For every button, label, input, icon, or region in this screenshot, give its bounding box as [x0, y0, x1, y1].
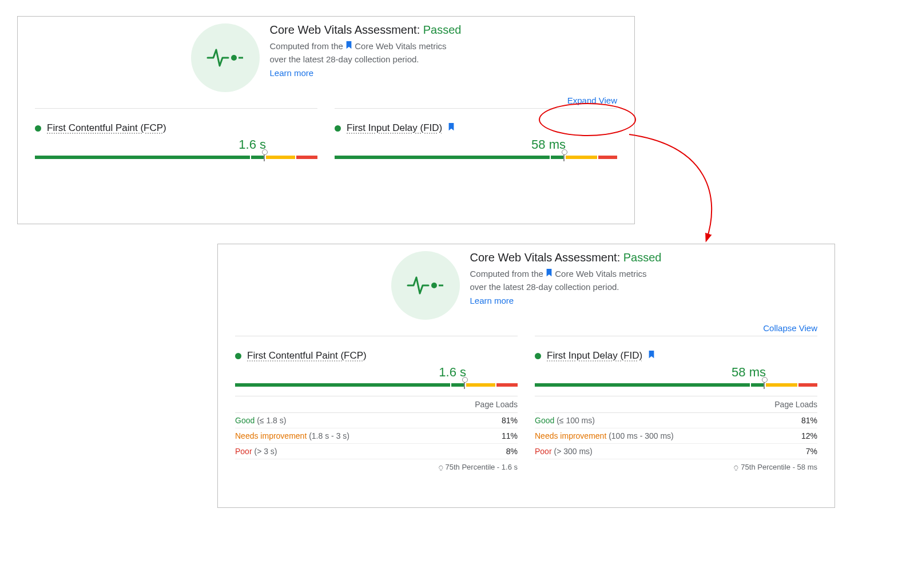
seg-poor	[296, 156, 317, 159]
pct-value: 1.6 s	[502, 463, 518, 471]
metric-value-fid: 58 ms	[335, 137, 617, 152]
seg-ni	[566, 156, 598, 159]
status-dot-icon	[335, 125, 341, 132]
seg-good-tail	[251, 156, 264, 159]
pct-prefix: 75th Percentile -	[446, 463, 502, 471]
cwv-panel-expanded: Core Web Vitals Assessment: Passed Compu…	[217, 244, 835, 508]
seg-good-tail	[451, 383, 464, 387]
pct-poor: 7%	[806, 447, 817, 456]
assessment-text: Core Web Vitals Assessment: Passed Compu…	[270, 23, 462, 92]
range-good: (≤ 1.8 s)	[257, 416, 286, 425]
cwv-panel-collapsed: Core Web Vitals Assessment: Passed Compu…	[17, 16, 635, 224]
metric-fid: First Input Delay (FID) 58 ms Page Loads…	[535, 336, 817, 471]
row-good: Good (≤ 1.8 s) 81%	[235, 413, 518, 428]
assessment-status: Passed	[623, 251, 662, 264]
metrics-row: First Contentful Paint (FCP) 1.6 s Page …	[218, 336, 834, 471]
assessment-description: Computed from the Core Web Vitals metric…	[470, 268, 653, 293]
seg-ni	[466, 383, 495, 387]
bookmark-icon	[648, 351, 655, 361]
cat-good: Good	[535, 416, 554, 425]
metric-name-fid[interactable]: First Input Delay (FID)	[547, 350, 642, 361]
range-ni: (1.8 s - 3 s)	[309, 431, 349, 440]
metric-name-fid[interactable]: First Input Delay (FID)	[347, 122, 442, 134]
range-good: (≤ 100 ms)	[557, 416, 595, 425]
expand-row: Expand View	[18, 92, 634, 108]
distribution-bar-fid	[335, 156, 617, 159]
status-dot-icon	[235, 353, 241, 359]
seg-poor	[496, 383, 518, 387]
learn-more-link[interactable]: Learn more	[270, 68, 314, 78]
expand-view-link[interactable]: Expand View	[567, 96, 617, 105]
cat-good: Good	[235, 416, 255, 425]
collapse-row: Collapse View	[218, 320, 834, 336]
key-icon: ⍜	[734, 463, 738, 471]
seg-good-tail	[751, 383, 764, 387]
metric-value-fcp: 1.6 s	[35, 137, 317, 152]
seg-poor	[598, 156, 617, 159]
pct-value: 58 ms	[797, 463, 817, 471]
page-loads-header: Page Loads	[535, 396, 817, 413]
cat-poor: Poor	[535, 447, 552, 456]
row-ni: Needs improvement (1.8 s - 3 s) 11%	[235, 428, 518, 444]
marker-icon	[264, 152, 265, 162]
assessment-description: Computed from the Core Web Vitals metric…	[270, 40, 453, 66]
learn-more-link[interactable]: Learn more	[470, 296, 514, 305]
marker-icon	[764, 380, 765, 390]
seg-poor	[798, 383, 817, 387]
bookmark-icon	[345, 41, 355, 51]
range-ni: (100 ms - 300 ms)	[609, 431, 674, 440]
row-good: Good (≤ 100 ms) 81%	[535, 413, 817, 428]
pct-good: 81%	[502, 416, 518, 425]
seg-ni	[766, 383, 798, 387]
status-dot-icon	[535, 353, 541, 359]
desc-pre: Computed from the	[270, 41, 346, 51]
desc-pre: Computed from the	[470, 269, 546, 279]
assessment-text: Core Web Vitals Assessment: Passed Compu…	[470, 251, 662, 320]
assessment-title: Core Web Vitals Assessment: Passed	[470, 251, 662, 264]
distribution-bar-fid	[535, 383, 817, 387]
range-poor: (> 3 s)	[254, 447, 277, 456]
metric-value-fcp: 1.6 s	[235, 365, 518, 380]
metric-fcp: First Contentful Paint (FCP) 1.6 s Page …	[235, 336, 518, 471]
percentile-fid: ⍜75th Percentile - 58 ms	[535, 459, 817, 471]
metric-name-fcp[interactable]: First Contentful Paint (FCP)	[47, 122, 166, 134]
range-poor: (> 300 ms)	[554, 447, 592, 456]
key-icon: ⍜	[439, 463, 443, 471]
percentile-fcp: ⍜75th Percentile - 1.6 s	[235, 459, 518, 471]
vitals-icon	[191, 23, 260, 92]
row-ni: Needs improvement (100 ms - 300 ms) 12%	[535, 428, 817, 444]
marker-icon	[464, 380, 465, 390]
assessment-header: Core Web Vitals Assessment: Passed Compu…	[218, 244, 834, 320]
assessment-status: Passed	[423, 23, 462, 36]
cat-ni: Needs improvement	[235, 431, 307, 440]
bookmark-icon	[546, 269, 555, 279]
assessment-title: Core Web Vitals Assessment: Passed	[270, 23, 462, 37]
seg-good	[35, 156, 250, 159]
pct-ni: 12%	[801, 431, 817, 440]
distribution-bar-fcp	[35, 156, 317, 159]
collapse-view-link[interactable]: Collapse View	[763, 323, 817, 333]
metrics-row: First Contentful Paint (FCP) 1.6 s First…	[18, 108, 634, 159]
pct-poor: 8%	[506, 447, 518, 456]
svg-point-0	[231, 55, 237, 61]
breakdown-fid: Page Loads Good (≤ 100 ms) 81% Needs imp…	[535, 396, 817, 471]
seg-good-tail	[551, 156, 564, 159]
row-poor: Poor (> 300 ms) 7%	[535, 444, 817, 459]
page-loads-header: Page Loads	[235, 396, 518, 413]
metric-name-fcp[interactable]: First Contentful Paint (FCP)	[247, 350, 367, 361]
status-dot-icon	[35, 125, 41, 132]
metric-fid: First Input Delay (FID) 58 ms	[335, 108, 617, 159]
seg-good	[235, 383, 450, 387]
vitals-icon	[391, 251, 460, 320]
seg-ni	[266, 156, 295, 159]
distribution-bar-fcp	[235, 383, 518, 387]
cat-ni: Needs improvement	[535, 431, 606, 440]
bookmark-icon	[448, 123, 455, 133]
metric-fcp: First Contentful Paint (FCP) 1.6 s	[35, 108, 317, 159]
seg-good	[335, 156, 550, 159]
title-prefix: Core Web Vitals Assessment:	[270, 23, 423, 36]
cat-poor: Poor	[235, 447, 252, 456]
seg-good	[535, 383, 750, 387]
assessment-header: Core Web Vitals Assessment: Passed Compu…	[18, 17, 634, 92]
pct-good: 81%	[801, 416, 817, 425]
